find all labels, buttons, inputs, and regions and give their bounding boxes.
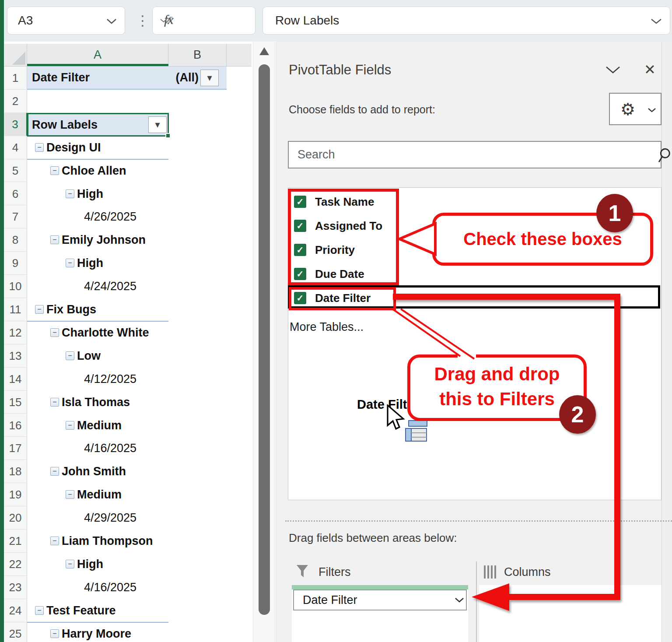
collapse-button-icon[interactable]: − [66,490,74,499]
scrollbar-thumb[interactable] [259,64,270,615]
row-header-8[interactable]: 8 [4,228,27,252]
choose-fields-label: Choose fields to add to report: [289,103,435,116]
row-header-24[interactable]: 24 [4,599,27,622]
row-header-25[interactable]: 25 [4,622,27,642]
collapse-button-icon[interactable]: − [66,560,74,568]
pivot-row[interactable]: 4/16/2025 [27,437,227,460]
row-header-4[interactable]: 4 [4,136,27,159]
row-header-23[interactable]: 23 [4,576,27,599]
collapse-button-icon[interactable]: − [50,235,59,244]
row-header-18[interactable]: 18 [4,460,27,483]
pivot-row[interactable]: −John Smith [27,460,227,483]
tools-button[interactable]: ⚙ [609,93,662,125]
column-headers: A B [27,44,252,67]
vertical-scrollbar[interactable] [253,42,275,642]
collapse-button-icon[interactable]: − [50,398,59,407]
scroll-up-icon[interactable] [259,47,269,55]
field-search-box[interactable] [288,141,662,168]
collapse-button-icon[interactable]: − [50,328,59,337]
pivot-row[interactable]: −Emily Johnson [27,228,227,252]
row-header-19[interactable]: 19 [4,483,27,506]
drop-highlight-bar [292,585,468,589]
excel-window: A3 ⋮ ✕ ✓ fx Row Labels A B 1234567891011… [0,0,672,642]
row-header-20[interactable]: 20 [4,506,27,530]
pane-close-icon[interactable]: ✕ [644,61,656,78]
column-header-b[interactable]: B [168,44,227,66]
pivot-cell-text: High [77,553,103,576]
pivot-row[interactable]: −High [27,182,227,206]
pivot-row[interactable]: −Fix Bugs [27,298,227,321]
pivot-row[interactable]: −High [27,553,227,576]
chip-label: Date Filter [303,590,357,610]
row-header-12[interactable]: 12 [4,321,27,344]
name-box[interactable]: A3 [7,7,125,35]
pivot-cell-text: Emily Johnson [62,228,146,252]
row-labels-cell[interactable]: Row Labels ▾ [27,113,169,137]
more-tables-link[interactable]: More Tables... [290,320,364,334]
pivot-row[interactable]: 4/12/2025 [27,368,227,391]
row-headers: 1234567891011121314151617181920212223242… [4,67,27,642]
formula-bar-expand-icon[interactable] [651,18,661,25]
pivot-row[interactable]: −Harry Moore [27,622,227,642]
pivot-row[interactable]: −High [27,252,227,275]
row-header-15[interactable]: 15 [4,391,27,414]
collapse-button-icon[interactable]: − [35,143,44,152]
report-filter-dropdown-button[interactable]: ▾ [200,70,219,86]
pivot-row[interactable]: −Test Feature [27,599,227,622]
pivot-row[interactable]: −Chloe Allen [27,159,227,182]
name-box-chevron-icon[interactable] [106,18,117,25]
row-labels-filter-button[interactable]: ▾ [148,116,167,133]
row-header-17[interactable]: 17 [4,437,27,460]
collapse-button-icon[interactable]: − [50,629,59,638]
row-header-22[interactable]: 22 [4,553,27,576]
pivot-row[interactable]: −Design UI [27,136,227,159]
collapse-button-icon[interactable]: − [66,189,74,198]
pivot-row[interactable]: 4/26/2025 [27,205,227,228]
row-header-7[interactable]: 7 [4,205,27,228]
collapse-button-icon[interactable]: − [35,305,44,314]
row-header-9[interactable]: 9 [4,252,27,275]
row-header-3[interactable]: 3 [4,113,27,136]
callout-line-1: Drag and drop [434,364,560,384]
collapse-button-icon[interactable]: − [50,166,59,175]
pivot-row[interactable]: −Low [27,344,227,368]
formula-bar[interactable]: Row Labels [262,7,670,35]
row-header-14[interactable]: 14 [4,368,27,391]
window-edge [0,0,4,642]
column-header-a[interactable]: A [27,44,168,66]
pivot-cell-text: Low [77,344,101,368]
pivot-row[interactable]: −Medium [27,483,227,506]
row-header-16[interactable]: 16 [4,414,27,437]
collapse-button-icon[interactable]: − [66,351,74,360]
row-header-1[interactable]: 1 [4,67,27,90]
collapse-button-icon[interactable]: − [35,606,44,615]
collapse-button-icon[interactable]: − [50,467,59,476]
pivot-row[interactable]: 4/24/2025 [27,275,227,298]
row-header-11[interactable]: 11 [4,298,27,321]
date-filter-highlight [289,287,396,310]
row-header-10[interactable]: 10 [4,275,27,298]
row-header-21[interactable]: 21 [4,530,27,553]
gear-icon: ⚙ [620,100,635,119]
formula-buttons: ✕ ✓ fx [152,7,256,35]
pivot-row[interactable]: 4/16/2025 [27,576,227,599]
columns-drop-zone[interactable] [479,585,662,642]
pivot-row[interactable]: −Liam Thompson [27,530,227,553]
collapse-button-icon[interactable]: − [66,421,74,430]
filters-field-chip[interactable]: Date Filter [293,589,467,610]
row-header-13[interactable]: 13 [4,344,27,368]
row-header-5[interactable]: 5 [4,159,27,182]
row-header-6[interactable]: 6 [4,182,27,206]
row-header-2[interactable]: 2 [4,90,27,113]
pivot-row[interactable]: −Medium [27,414,227,437]
pivot-cell-text: Charlotte White [62,321,149,344]
search-input[interactable] [297,144,634,165]
pivot-row[interactable]: 4/29/2025 [27,506,227,530]
pivot-cell-text: High [77,252,103,275]
collapse-button-icon[interactable]: − [66,259,74,267]
pivot-row[interactable]: −Charlotte White [27,321,227,344]
collapse-button-icon[interactable]: − [50,537,59,545]
pivot-row[interactable]: −Isla Thomas [27,391,227,414]
pivot-cell-text: 4/16/2025 [84,576,136,599]
select-all-button[interactable] [4,44,27,67]
